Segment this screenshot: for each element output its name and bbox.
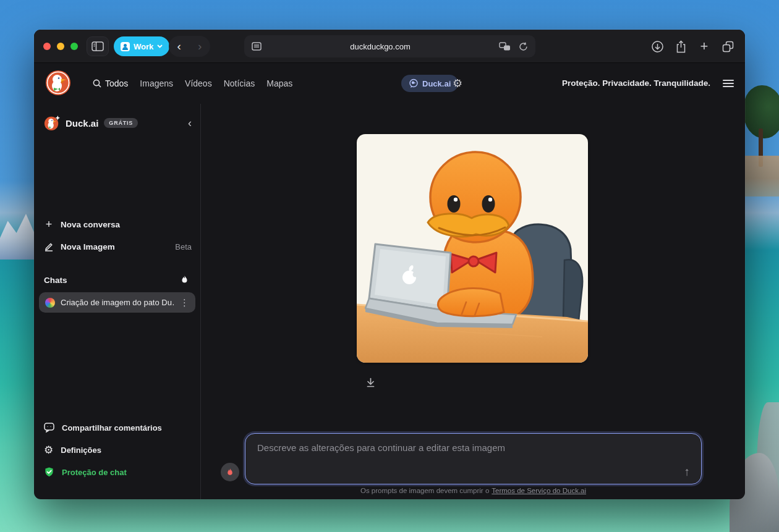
fire-icon bbox=[180, 275, 189, 285]
tab-all[interactable]: Todos bbox=[93, 78, 128, 88]
duckduckgo-logo[interactable] bbox=[45, 70, 71, 96]
settings-label: Definições bbox=[61, 445, 101, 455]
gratis-badge: GRÁTIS bbox=[104, 118, 138, 128]
tab-images[interactable]: Imagens bbox=[140, 78, 173, 88]
url-text: duckduckgo.com bbox=[262, 42, 499, 51]
tagline-text: Proteção. Privacidade. Tranquilidade. bbox=[562, 78, 710, 88]
pencil-icon bbox=[44, 242, 54, 251]
duck-illustration bbox=[357, 134, 588, 363]
menu-hamburger-icon[interactable] bbox=[723, 80, 734, 87]
duckai-sidebar: Duck.ai GRÁTIS ‹ + Nova conversa Nova Im… bbox=[34, 104, 200, 499]
assistant-flame-avatar bbox=[221, 463, 239, 481]
profile-switcher-button[interactable]: Work bbox=[114, 36, 169, 56]
plus-icon: + bbox=[44, 218, 54, 231]
download-icon bbox=[365, 378, 377, 388]
chat-protection-label: Proteção de chat bbox=[62, 468, 127, 477]
address-bar[interactable]: duckduckgo.com bbox=[244, 35, 535, 57]
duckai-icon bbox=[409, 78, 419, 88]
new-chat-button[interactable]: + Nova conversa bbox=[44, 215, 192, 234]
shield-check-icon bbox=[44, 467, 54, 478]
beta-tag: Beta bbox=[175, 242, 192, 251]
sidebar-toggle-icon bbox=[92, 41, 104, 51]
traffic-lights bbox=[43, 43, 78, 50]
duckai-title: Duck.ai bbox=[66, 118, 98, 129]
duckai-brand-row: Duck.ai GRÁTIS ‹ bbox=[44, 112, 192, 133]
image-model-icon bbox=[45, 298, 55, 308]
translate-icon[interactable] bbox=[499, 42, 511, 51]
wallpaper-pine-tree bbox=[741, 85, 779, 167]
settings-gear-icon[interactable]: ⚙ bbox=[453, 77, 462, 90]
tab-overview-button[interactable] bbox=[720, 41, 735, 53]
tab-news[interactable]: Notícias bbox=[224, 78, 255, 88]
gear-icon: ⚙ bbox=[44, 445, 53, 455]
search-vertical-nav: Todos Imagens Vídeos Notícias Mapas bbox=[93, 63, 292, 104]
page-settings-icon[interactable] bbox=[252, 42, 262, 51]
download-image-button[interactable] bbox=[362, 374, 378, 391]
new-image-label: Nova Imagem bbox=[61, 242, 115, 251]
profile-label: Work bbox=[134, 42, 153, 51]
browser-window: Work ‹ › duckduckgo.com bbox=[34, 30, 745, 499]
new-image-button[interactable]: Nova Imagem Beta bbox=[44, 237, 192, 256]
composer-footer: Os prompts de imagem devem cumprir oTerm… bbox=[245, 487, 702, 494]
minimize-window-button[interactable] bbox=[57, 43, 64, 50]
prompt-composer: ↑ bbox=[245, 433, 702, 484]
search-icon bbox=[93, 79, 101, 88]
submit-prompt-button[interactable]: ↑ bbox=[684, 465, 691, 479]
duckai-header-button[interactable]: Duck.ai bbox=[401, 75, 458, 92]
terms-link[interactable]: Termos de Serviço do Duck.ai bbox=[492, 487, 586, 494]
history-nav: ‹ › bbox=[169, 36, 210, 57]
collapse-sidebar-button[interactable]: ‹ bbox=[188, 118, 192, 128]
toolbar-right-actions: + bbox=[650, 30, 735, 63]
forward-button[interactable]: › bbox=[190, 37, 211, 56]
terms-notice-text: Os prompts de imagem devem cumprir o bbox=[360, 487, 489, 494]
wallpaper-shore-rocks bbox=[742, 156, 779, 196]
close-window-button[interactable] bbox=[43, 43, 51, 50]
duckai-logo-icon bbox=[44, 115, 60, 131]
share-feedback-label: Compartilhar comentários bbox=[62, 423, 162, 433]
generated-image[interactable] bbox=[357, 134, 588, 363]
chats-section-header: Chats bbox=[44, 272, 189, 288]
browser-toolbar: Work ‹ › duckduckgo.com bbox=[34, 30, 745, 63]
chat-list-item[interactable]: Criação de imagem do pato Du… ⋮ bbox=[39, 292, 195, 313]
new-chat-label: Nova conversa bbox=[61, 220, 120, 229]
reload-icon[interactable] bbox=[519, 42, 528, 51]
profile-badge-icon bbox=[121, 42, 130, 51]
back-button[interactable]: ‹ bbox=[169, 37, 190, 56]
share-button[interactable] bbox=[673, 40, 688, 53]
duckai-label: Duck.ai bbox=[422, 79, 451, 88]
sidebar-toggle-button[interactable] bbox=[87, 37, 108, 56]
chat-item-menu-button[interactable]: ⋮ bbox=[180, 297, 189, 308]
feedback-bubble-icon bbox=[44, 423, 54, 433]
chat-item-title: Criação de imagem do pato Du… bbox=[61, 298, 174, 307]
chats-label: Chats bbox=[44, 276, 67, 285]
zoom-window-button[interactable] bbox=[70, 43, 78, 50]
share-feedback-button[interactable]: Compartilhar comentários bbox=[44, 416, 192, 439]
duckduckgo-header: Todos Imagens Vídeos Notícias Mapas Duck… bbox=[34, 63, 745, 104]
settings-button[interactable]: ⚙ Definições bbox=[44, 439, 192, 461]
chat-protection-button[interactable]: Proteção de chat bbox=[44, 461, 192, 483]
new-tab-button[interactable]: + bbox=[697, 38, 712, 54]
sidebar-divider bbox=[200, 104, 201, 499]
prompt-input[interactable] bbox=[245, 434, 701, 484]
chevron-down-icon bbox=[157, 44, 163, 48]
downloads-button[interactable] bbox=[650, 40, 665, 53]
flame-icon bbox=[226, 468, 234, 477]
tab-videos[interactable]: Vídeos bbox=[185, 78, 212, 88]
tab-maps[interactable]: Mapas bbox=[266, 78, 292, 88]
sidebar-footer: Compartilhar comentários ⚙ Definições Pr… bbox=[44, 416, 192, 483]
